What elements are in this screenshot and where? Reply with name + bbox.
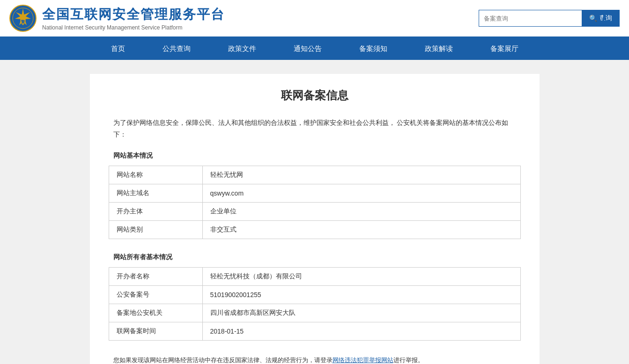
table-value: 轻松无忧科技（成都）有限公司 bbox=[202, 268, 520, 286]
table-value: 非交互式 bbox=[202, 221, 520, 239]
table-label: 联网备案时间 bbox=[109, 322, 202, 341]
table-row: 网站名称轻松无忧网 bbox=[109, 166, 520, 184]
main-content: 联网备案信息 为了保护网络信息安全，保障公民、法人和其他组织的合法权益，维护国家… bbox=[90, 74, 540, 364]
table-label: 开办者名称 bbox=[109, 268, 202, 286]
search-input[interactable] bbox=[479, 10, 582, 27]
table-row: 网站主域名qswyw.com bbox=[109, 184, 520, 203]
nav-item-notice[interactable]: 通知公告 bbox=[275, 38, 340, 60]
page-title: 联网备案信息 bbox=[109, 88, 521, 103]
ai-badge: Ai bbox=[592, 10, 606, 25]
table-value: 51019002001255 bbox=[202, 286, 520, 304]
nav-item-home[interactable]: 首页 bbox=[92, 38, 144, 60]
footer-text: 您如果发现该网站在网络经营活动中存在违反国家法律、法规的经营行为，请登录网络违法… bbox=[109, 355, 521, 364]
logo-area: 警 全国互联网安全管理服务平台 National Internet Securi… bbox=[9, 5, 225, 32]
table-value: 企业单位 bbox=[202, 203, 520, 221]
nav-item-interpretation[interactable]: 政策解读 bbox=[406, 38, 472, 60]
owner-info-table: 开办者名称轻松无忧科技（成都）有限公司公安备案号51019002001255备案… bbox=[109, 267, 521, 341]
table-label: 网站名称 bbox=[109, 166, 202, 184]
logo-text-area: 全国互联网安全管理服务平台 National Internet Security… bbox=[42, 6, 225, 31]
report-website-link[interactable]: 网络违法犯罪举报网站 bbox=[333, 357, 393, 364]
nav-item-policy[interactable]: 政策文件 bbox=[209, 38, 275, 60]
table-value: 四川省成都市高新区网安大队 bbox=[202, 304, 520, 322]
site-info-table: 网站名称轻松无忧网网站主域名qswyw.com开办主体企业单位网站类别非交互式 bbox=[109, 166, 521, 239]
table-label: 备案地公安机关 bbox=[109, 304, 202, 322]
nav-item-query[interactable]: 公共查询 bbox=[144, 38, 209, 60]
logo-subtitle: National Internet Security Management Se… bbox=[42, 24, 225, 31]
table-row: 开办主体企业单位 bbox=[109, 203, 520, 221]
table-row: 联网备案时间2018-01-15 bbox=[109, 322, 520, 341]
section2-title: 网站所有者基本情况 bbox=[109, 253, 521, 262]
table-value: 2018-01-15 bbox=[202, 322, 520, 341]
table-value: 轻松无忧网 bbox=[202, 166, 520, 184]
nav-item-registration[interactable]: 备案须知 bbox=[340, 38, 406, 60]
section1-title: 网站基本情况 bbox=[109, 152, 521, 160]
police-emblem-icon: 警 bbox=[9, 5, 37, 32]
header: 警 全国互联网安全管理服务平台 National Internet Securi… bbox=[0, 0, 629, 38]
table-label: 网站类别 bbox=[109, 221, 202, 239]
table-row: 开办者名称轻松无忧科技（成都）有限公司 bbox=[109, 268, 520, 286]
footer-text-after: 进行举报。 bbox=[393, 357, 424, 364]
nav-item-showcase[interactable]: 备案展厅 bbox=[472, 38, 537, 60]
table-label: 公安备案号 bbox=[109, 286, 202, 304]
table-row: 公安备案号51019002001255 bbox=[109, 286, 520, 304]
table-row: 网站类别非交互式 bbox=[109, 221, 520, 239]
main-nav: 首页 公共查询 政策文件 通知公告 备案须知 政策解读 备案展厅 bbox=[0, 38, 629, 60]
footer-text-before: 您如果发现该网站在网络经营活动中存在违反国家法律、法规的经营行为，请登录 bbox=[113, 357, 333, 364]
table-value: qswyw.com bbox=[202, 184, 520, 203]
svg-text:警: 警 bbox=[21, 20, 25, 24]
table-label: 开办主体 bbox=[109, 203, 202, 221]
intro-text: 为了保护网络信息安全，保障公民、法人和其他组织的合法权益，维护国家安全和社会公共… bbox=[109, 117, 521, 140]
table-label: 网站主域名 bbox=[109, 184, 202, 203]
logo-title: 全国互联网安全管理服务平台 bbox=[42, 6, 225, 23]
table-row: 备案地公安机关四川省成都市高新区网安大队 bbox=[109, 304, 520, 322]
